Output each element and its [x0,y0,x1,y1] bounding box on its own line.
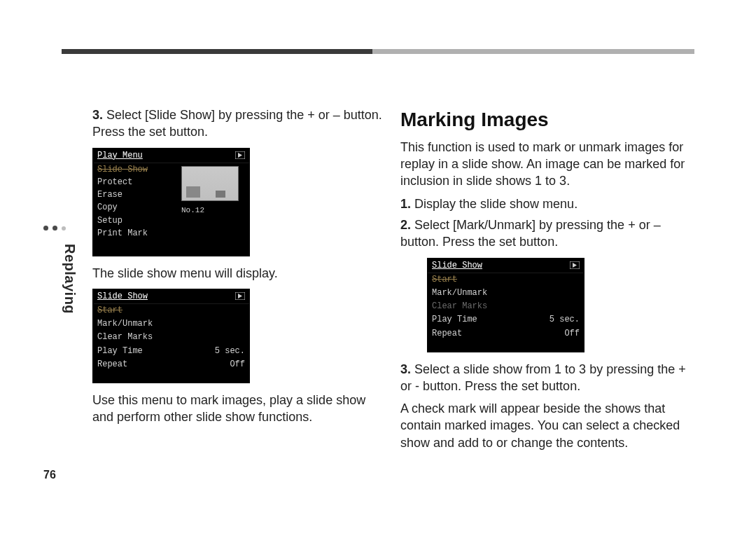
lcd-setting-key: Repeat [97,359,127,370]
thumbnail-icon [181,166,239,201]
lcd-slide-show-menu-2: Slide Show Start Mark/Unmark Clear Marks… [427,258,584,352]
body-text: Use this menu to mark images, play a sli… [92,392,386,426]
dot-icon [62,226,66,231]
step-number: 1. [400,197,411,211]
lcd-menu-item: Print Mark [93,227,177,240]
step-3-right: 3. Select a slide show from 1 to 3 by pr… [400,361,694,395]
lcd-play-menu: Play Menu Slide Show Protect Erase Copy … [92,148,250,256]
step-number: 2. [400,218,411,232]
lcd-menu-item: Start [432,274,457,285]
dot-icon [52,226,57,231]
step-number: 3. [92,108,103,122]
lcd-menu-item: Slide Show [93,163,177,176]
lcd-menu-item: Clear Marks [97,331,153,343]
lcd-menu-item: Setup [93,214,177,227]
step-3-left: 3. Select [Slide Show] by pressing the +… [92,106,386,141]
section-heading: Marking Images [400,106,694,133]
svg-marker-5 [573,263,577,268]
image-number: No.12 [181,205,245,216]
play-mode-icon [235,292,245,300]
lcd-title: Play Menu [97,150,143,161]
step-number: 3. [400,362,411,376]
lcd-menu-item: Clear Marks [432,301,487,312]
intro-text: This function is used to mark or unmark … [400,139,694,190]
dot-icon [43,226,48,231]
lcd-slide-show-menu: Slide Show Start Mark/Unmark Clear Marks… [92,289,250,383]
margin-dots [43,226,66,231]
lcd-setting-key: Repeat [432,328,462,339]
svg-marker-1 [238,153,242,158]
lcd-setting-key: Play Time [97,345,143,357]
lcd-menu-item: Start [97,305,122,316]
lcd-menu-item: Copy [93,201,177,214]
lcd-setting-value: Off [564,328,580,339]
lcd-menu-item: Erase [93,188,177,201]
lcd-menu-item: Mark/Unmark [432,287,487,298]
lcd-menu-item: Protect [93,176,177,188]
section-label: Replaying [62,244,78,314]
step-text: Select [Mark/Unmark] by pressing the + o… [400,218,661,249]
body-text: A check mark will appear beside the show… [400,400,694,451]
step-2: 2. Select [Mark/Unmark] by pressing the … [400,217,694,251]
lcd-menu-list: Slide Show Protect Erase Copy Setup Prin… [93,163,177,240]
play-mode-icon [235,151,245,159]
header-bar-dark [62,49,372,54]
left-column: 3. Select [Slide Show] by pressing the +… [92,106,386,431]
svg-marker-3 [238,294,242,298]
lcd-setting-value: Off [230,359,245,370]
lcd-preview-pane: No.12 [177,163,249,240]
lcd-setting-value: 5 sec. [550,314,580,325]
caption-text: The slide show menu will display. [92,265,386,282]
page-number: 76 [43,469,56,481]
lcd-setting-value: 5 sec. [215,345,245,357]
lcd-title: Slide Show [97,291,148,302]
manual-page: Replaying 76 3. Select [Slide Show] by p… [0,0,756,536]
lcd-menu-item: Mark/Unmark [97,318,153,329]
step-text: Select [Slide Show] by pressing the + or… [92,108,382,139]
lcd-title: Slide Show [432,260,482,271]
play-mode-icon [570,261,580,269]
lcd-setting-key: Play Time [432,314,477,325]
step-1: 1. Display the slide show menu. [400,195,694,212]
right-column: Marking Images This function is used to … [400,106,694,457]
step-text: Display the slide show menu. [411,197,578,211]
step-text: Select a slide show from 1 to 3 by press… [400,362,686,393]
